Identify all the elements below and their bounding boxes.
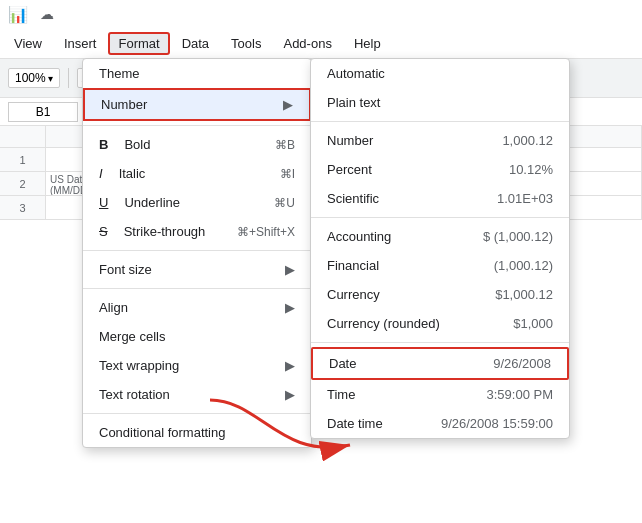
format-menu-textwrapping[interactable]: Text wrapping ▶: [83, 351, 311, 380]
cloud-icon: ☁: [40, 6, 54, 22]
submenu-arrow-fontsize: ▶: [285, 262, 295, 277]
zoom-control[interactable]: 100% ▾: [8, 68, 60, 88]
menu-view[interactable]: View: [4, 32, 52, 55]
number-submenu-financial[interactable]: Financial (1,000.12): [311, 251, 569, 280]
number-submenu-sep-2: [311, 217, 569, 218]
submenu-arrow-number: ▶: [283, 97, 293, 112]
menu-tools[interactable]: Tools: [221, 32, 271, 55]
number-submenu-accounting[interactable]: Accounting $ (1,000.12): [311, 222, 569, 251]
underline-icon-label: U: [99, 195, 108, 210]
format-menu-strikethrough[interactable]: S Strike-through ⌘+Shift+X: [83, 217, 311, 246]
format-menu-theme[interactable]: Theme: [83, 59, 311, 88]
number-submenu-datetime[interactable]: Date time 9/26/2008 15:59:00: [311, 409, 569, 438]
format-sep-1: [83, 125, 311, 126]
zoom-value: 100%: [15, 71, 46, 85]
format-menu-textrotation[interactable]: Text rotation ▶: [83, 380, 311, 409]
format-menu-align[interactable]: Align ▶: [83, 293, 311, 322]
number-submenu-sep-1: [311, 121, 569, 122]
italic-icon-label: I: [99, 166, 103, 181]
format-menu-bold[interactable]: B Bold ⌘B: [83, 130, 311, 159]
number-submenu-scientific[interactable]: Scientific 1.01E+03: [311, 184, 569, 213]
spreadsheet-icon: 📊: [8, 5, 28, 24]
format-sep-3: [83, 288, 311, 289]
strikethrough-icon-label: S: [99, 224, 108, 239]
menu-insert[interactable]: Insert: [54, 32, 107, 55]
number-submenu-plaintext[interactable]: Plain text: [311, 88, 569, 117]
format-sep-2: [83, 250, 311, 251]
menu-help[interactable]: Help: [344, 32, 391, 55]
submenu-arrow-align: ▶: [285, 300, 295, 315]
number-submenu-currency-rounded[interactable]: Currency (rounded) $1,000: [311, 309, 569, 338]
cell-reference[interactable]: [8, 102, 78, 122]
row-1-header: 1: [0, 148, 46, 171]
corner-cell: [0, 126, 46, 147]
menu-format[interactable]: Format: [108, 32, 169, 55]
number-submenu-time[interactable]: Time 3:59:00 PM: [311, 380, 569, 409]
format-menu: Theme Number ▶ B Bold ⌘B I Italic ⌘I U U…: [82, 58, 312, 448]
format-menu-italic[interactable]: I Italic ⌘I: [83, 159, 311, 188]
submenu-arrow-textrotation: ▶: [285, 387, 295, 402]
top-bar: 📊 ☁: [0, 0, 642, 28]
number-submenu-automatic[interactable]: Automatic: [311, 59, 569, 88]
bold-icon-label: B: [99, 137, 108, 152]
format-menu-fontsize[interactable]: Font size ▶: [83, 255, 311, 284]
menu-addons[interactable]: Add-ons: [273, 32, 341, 55]
format-menu-number[interactable]: Number ▶: [83, 88, 311, 121]
format-menu-underline[interactable]: U Underline ⌘U: [83, 188, 311, 217]
number-submenu-date[interactable]: Date 9/26/2008: [311, 347, 569, 380]
number-submenu: Automatic Plain text Number 1,000.12 Per…: [310, 58, 570, 439]
number-submenu-currency[interactable]: Currency $1,000.12: [311, 280, 569, 309]
number-submenu-sep-3: [311, 342, 569, 343]
format-menu-conditional[interactable]: Conditional formatting: [83, 418, 311, 447]
toolbar-separator-1: [68, 68, 69, 88]
menu-bar: View Insert Format Data Tools Add-ons He…: [0, 28, 642, 58]
format-menu-mergecells[interactable]: Merge cells: [83, 322, 311, 351]
row-3-header: 3: [0, 196, 46, 219]
row-2-header: 2: [0, 172, 46, 195]
menu-data[interactable]: Data: [172, 32, 219, 55]
submenu-arrow-textwrapping: ▶: [285, 358, 295, 373]
format-sep-4: [83, 413, 311, 414]
number-submenu-percent[interactable]: Percent 10.12%: [311, 155, 569, 184]
zoom-dropdown-icon[interactable]: ▾: [48, 73, 53, 84]
number-submenu-number[interactable]: Number 1,000.12: [311, 126, 569, 155]
